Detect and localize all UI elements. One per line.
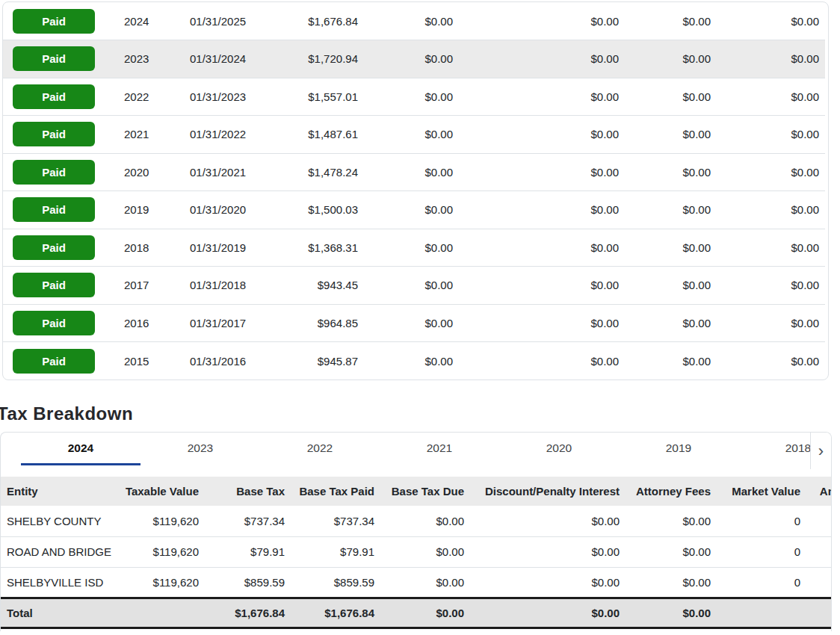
taxable-value-cell [113,598,206,628]
taxable-value-cell: $119,620 [113,536,206,567]
chevron-right-icon: › [818,443,824,459]
amount-cell: $1,487.61 [278,116,364,154]
tab-year-2023[interactable]: 2023 [140,433,260,465]
column-header: Base Tax [206,477,292,506]
base-tax-cell: $859.59 [206,567,292,598]
attorney-fees-cell: $0.00 [625,116,717,154]
penalty-interest-cell: $0.00 [459,342,625,380]
amount-due-cell: $0.00 [717,116,825,154]
payment-history-row: Paid202301/31/2024$1,720.94$0.00$0.00$0.… [3,40,825,78]
due-date-cell: 01/31/2020 [181,191,278,229]
attorney-fees-cell: $0.00 [625,267,717,305]
base-tax-paid-cell: $859.59 [292,567,382,598]
tab-year-2024[interactable]: 2024 [21,433,140,465]
paid-status-button[interactable]: Paid [13,9,95,34]
tax-breakdown-header-row: EntityTaxable ValueBase TaxBase Tax Paid… [1,477,832,506]
payment-history-row: Paid202401/31/2025$1,676.84$0.00$0.00$0.… [3,2,825,40]
attorney-fees-cell: $0.00 [627,536,718,567]
base-due-cell: $0.00 [364,78,459,116]
amount-cell: $1,368.31 [278,229,364,267]
status-cell: Paid [3,40,115,78]
base-due-cell: $0.00 [364,267,459,305]
market-value-cell: 0 [718,567,808,598]
year-cell: 2024 [115,2,181,40]
tax-breakdown-table: EntityTaxable ValueBase TaxBase Tax Paid… [1,477,832,629]
taxable-value-cell: $119,620 [113,506,206,536]
base-due-cell: $0.00 [364,153,459,191]
base-due-cell: $0.00 [364,40,459,78]
payment-history-row: Paid201901/31/2020$1,500.03$0.00$0.00$0.… [3,191,825,229]
status-cell: Paid [3,78,115,116]
year-cell: 2023 [115,40,181,78]
tab-year-2020[interactable]: 2020 [499,433,619,465]
paid-status-button[interactable]: Paid [13,311,95,335]
amount-due-cell: $0.00 [717,40,825,78]
year-tab-bar: 2024202320222021202020192018 › [1,433,831,477]
paid-status-button[interactable]: Paid [13,46,95,71]
column-header: Taxable Value [113,477,206,506]
amount-due-cell [808,536,832,567]
penalty-interest-cell: $0.00 [459,40,625,78]
amount-cell: $945.87 [278,342,364,380]
penalty-interest-cell: $0.00 [459,2,625,40]
discount-penalty-interest-cell: $0.00 [472,598,627,628]
status-cell: Paid [3,2,115,40]
column-header: Discount/Penalty Interest [472,477,627,506]
tab-year-2022[interactable]: 2022 [260,433,380,465]
amount-cell: $943.45 [278,267,364,305]
tax-breakdown-title: Tax Breakdown [0,403,133,424]
amount-due-cell: $0.00 [717,191,825,229]
paid-status-button[interactable]: Paid [13,235,95,260]
status-cell: Paid [3,342,115,380]
amount-cell: $1,676.84 [278,2,364,40]
market-value-cell: 0 [718,506,808,536]
base-tax-paid-cell: $737.34 [292,506,382,536]
year-cell: 2020 [115,153,181,191]
attorney-fees-cell: $0.00 [625,229,717,267]
column-header: Entity [1,477,113,506]
due-date-cell: 01/31/2022 [181,116,278,154]
year-cell: 2016 [115,304,181,342]
payment-history-row: Paid201701/31/2018$943.45$0.00$0.00$0.00… [3,267,825,305]
market-value-cell: 0 [718,536,808,567]
status-cell: Paid [3,153,115,191]
payment-history-row: Paid202101/31/2022$1,487.61$0.00$0.00$0.… [3,116,825,154]
penalty-interest-cell: $0.00 [459,304,625,342]
amount-due-cell: $0.00 [717,342,825,380]
attorney-fees-cell: $0.00 [625,342,717,380]
paid-status-button[interactable]: Paid [13,84,95,109]
paid-status-button[interactable]: Paid [13,197,95,222]
year-cell: 2015 [115,342,181,380]
due-date-cell: 01/31/2023 [181,78,278,116]
market-value-cell [718,598,808,628]
amount-cell: $1,557.01 [278,78,364,116]
amount-due-cell [808,598,832,628]
tabs-scroll-right-button[interactable]: › [810,433,831,469]
discount-penalty-interest-cell: $0.00 [472,536,627,567]
base-due-cell: $0.00 [364,191,459,229]
total-row: Total$1,676.84$1,676.84$0.00$0.00$0.00 [1,598,832,628]
paid-status-button[interactable]: Paid [13,122,95,146]
amount-due-cell: $0.00 [717,304,825,342]
paid-status-button[interactable]: Paid [13,349,95,374]
base-due-cell: $0.00 [364,342,459,380]
column-header: Attorney Fees [627,477,718,506]
attorney-fees-cell: $0.00 [627,567,718,598]
amount-cell: $1,720.94 [278,40,364,78]
column-header: Base Tax Due [382,477,472,506]
tab-year-2019[interactable]: 2019 [619,433,738,465]
entity-row: SHELBYVILLE ISD$119,620$859.59$859.59$0.… [1,567,832,598]
amount-cell: $1,478.24 [278,153,364,191]
payment-history-row: Paid201501/31/2016$945.87$0.00$0.00$0.00… [3,342,825,380]
tab-year-2021[interactable]: 2021 [380,433,499,465]
penalty-interest-cell: $0.00 [459,153,625,191]
paid-status-button[interactable]: Paid [13,160,95,185]
status-cell: Paid [3,229,115,267]
column-header: Base Tax Paid [292,477,382,506]
entity-row: SHELBY COUNTY$119,620$737.34$737.34$0.00… [1,506,832,536]
paid-status-button[interactable]: Paid [13,273,95,297]
base-tax-cell: $1,676.84 [206,598,292,628]
entity-row: ROAD AND BRIDGE$119,620$79.91$79.91$0.00… [1,536,832,567]
base-tax-due-cell: $0.00 [382,598,472,628]
payment-history-row: Paid201601/31/2017$964.85$0.00$0.00$0.00… [3,304,825,342]
